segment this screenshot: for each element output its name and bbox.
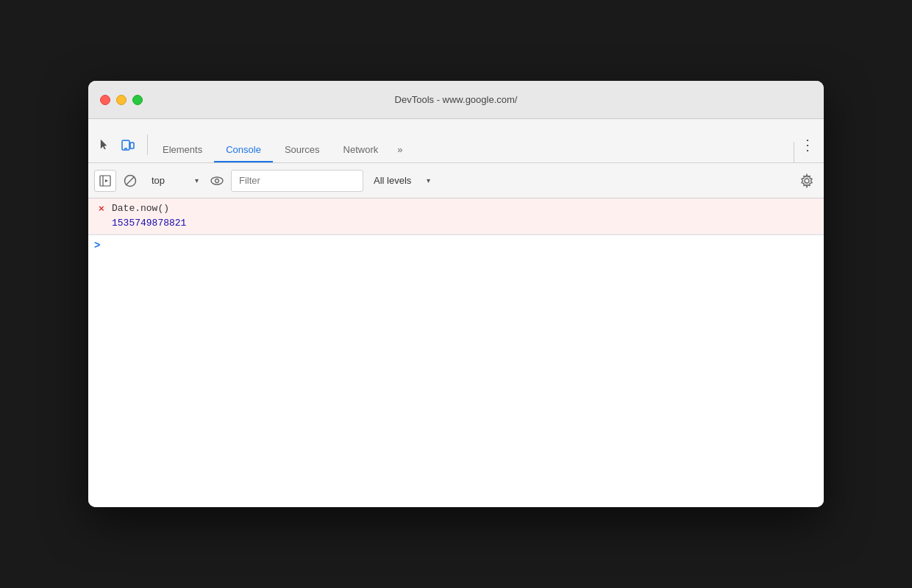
settings-button[interactable] xyxy=(796,170,818,192)
clear-console-button[interactable] xyxy=(119,170,141,192)
console-content: × Date.now() 1535749878821 > xyxy=(88,198,824,507)
tab-bar-right: ⋮ xyxy=(797,135,818,162)
console-toolbar: top ▾ All levels Verbose Info Warnings E… xyxy=(88,163,824,198)
show-console-sidebar-button[interactable] xyxy=(94,170,116,192)
tab-bar-separator xyxy=(794,142,794,162)
tab-bar-left-tools xyxy=(94,135,138,162)
devtools-window: DevTools - www.google.com/ Elements Cons xyxy=(88,81,824,507)
devtools-menu-button[interactable]: ⋮ xyxy=(797,135,818,155)
console-input[interactable] xyxy=(104,240,818,251)
console-input-line[interactable]: > xyxy=(88,234,824,256)
minimize-button[interactable] xyxy=(116,95,127,105)
window-title: DevTools - www.google.com/ xyxy=(395,94,518,105)
toggle-device-toolbar-button[interactable] xyxy=(118,135,138,155)
gear-icon xyxy=(799,173,814,188)
tab-more-button[interactable]: » xyxy=(390,138,410,161)
context-selector[interactable]: top ▾ xyxy=(144,170,203,192)
tab-bar-divider xyxy=(147,135,148,155)
log-levels-select-input[interactable]: All levels Verbose Info Warnings Errors xyxy=(366,170,435,192)
context-select-input[interactable]: top xyxy=(144,170,203,192)
svg-marker-5 xyxy=(105,179,108,182)
create-live-expression-button[interactable] xyxy=(206,170,228,192)
entry-content: Date.now() 1535749878821 xyxy=(109,201,818,231)
eye-icon xyxy=(210,173,224,188)
error-icon: × xyxy=(94,201,109,217)
close-button[interactable] xyxy=(100,95,110,105)
svg-point-10 xyxy=(805,179,809,183)
log-levels-selector[interactable]: All levels Verbose Info Warnings Errors … xyxy=(366,170,435,192)
console-entry: × Date.now() 1535749878821 xyxy=(88,198,824,234)
filter-input[interactable] xyxy=(231,170,363,192)
tab-network[interactable]: Network xyxy=(332,138,391,162)
svg-line-7 xyxy=(126,176,135,185)
tab-elements[interactable]: Elements xyxy=(151,138,214,162)
tab-bar: Elements Console Sources Network » ⋮ xyxy=(88,119,824,163)
tab-console[interactable]: Console xyxy=(214,138,273,162)
entry-result: 1535749878821 xyxy=(112,216,818,231)
svg-point-8 xyxy=(211,177,223,184)
svg-point-9 xyxy=(215,179,219,182)
inspect-element-button[interactable] xyxy=(94,135,115,155)
no-entry-icon xyxy=(124,174,137,187)
tab-sources[interactable]: Sources xyxy=(273,138,332,162)
title-bar: DevTools - www.google.com/ xyxy=(88,81,824,119)
svg-rect-1 xyxy=(130,143,134,148)
traffic-lights xyxy=(100,95,143,105)
input-chevron: > xyxy=(94,240,100,251)
responsive-icon xyxy=(121,138,135,151)
cursor-icon xyxy=(98,138,111,151)
entry-command: Date.now() xyxy=(112,201,818,216)
maximize-button[interactable] xyxy=(132,95,143,105)
sidebar-icon xyxy=(99,175,111,187)
